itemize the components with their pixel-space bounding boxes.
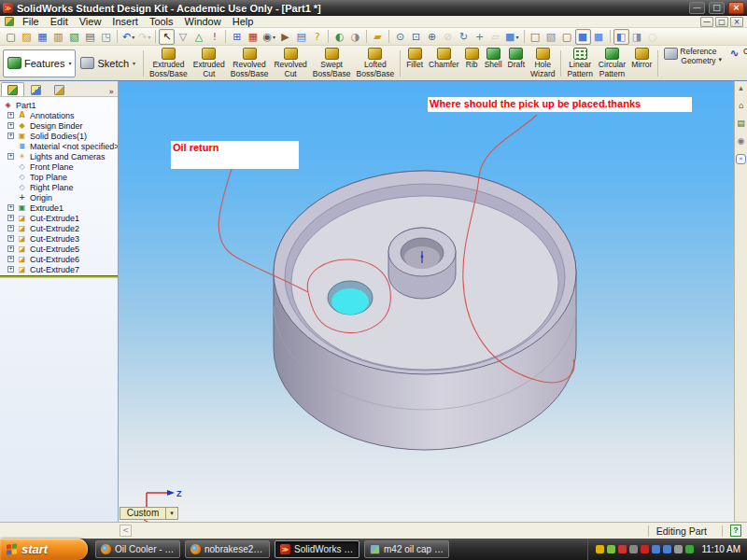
design-library-icon[interactable]: ▤ (737, 119, 745, 128)
motion-study-button[interactable]: ◑ (347, 29, 363, 45)
tree-item-cut-extrude5[interactable]: +◪Cut-Extrude5 (0, 244, 118, 254)
menu-edit[interactable]: Edit (45, 16, 74, 28)
taskbar-button-m42-oil-cap-an-bmp[interactable]: m42 oil cap an.bmp - ... (364, 540, 449, 558)
sketch-pencil-button[interactable]: ▰ (370, 29, 386, 45)
revolved-cut-button[interactable]: RevolvedCut (271, 47, 309, 79)
oil-cap-model[interactable] (274, 171, 576, 450)
shaded-button[interactable]: ■ (591, 29, 607, 45)
tree-item-top-plane[interactable]: ◇Top Plane (0, 172, 118, 182)
volume-icon[interactable] (674, 545, 683, 553)
save-button[interactable]: ▦ (35, 29, 50, 45)
menu-help[interactable]: Help (227, 16, 260, 28)
zoom-in-out-button[interactable]: ⊕ (424, 29, 440, 45)
standard-views-button[interactable]: ■▾ (503, 29, 520, 45)
tree-item-cut-extrude6[interactable]: +◪Cut-Extrude6 (0, 254, 118, 264)
expand-toggle[interactable]: + (7, 153, 14, 160)
new-document-button[interactable]: ▢ (3, 29, 19, 45)
system-alerts-button[interactable]: ! (206, 29, 222, 45)
sync-icon[interactable] (685, 545, 694, 553)
taskbar-clock[interactable]: 11:10 AM (701, 544, 740, 554)
expand-toggle[interactable]: + (7, 245, 14, 252)
menu-tools[interactable]: Tools (144, 16, 179, 28)
chevron-down-icon[interactable]: ▾ (165, 508, 177, 519)
tree-item-cut-extrude3[interactable]: +◪Cut-Extrude3 (0, 233, 118, 244)
tree-item-design-binder[interactable]: +◆Design Binder (0, 120, 118, 131)
chamfer-button[interactable]: Chamfer (426, 47, 462, 79)
tree-item-lights-and-cameras[interactable]: +☀Lights and Cameras (0, 151, 118, 161)
home-icon[interactable]: ⌂ (739, 101, 744, 110)
oil-return-hole-selected[interactable] (331, 288, 369, 315)
extruded-cut-button[interactable]: ExtrudedCut (190, 47, 228, 79)
expand-toggle[interactable]: + (7, 266, 14, 273)
menu-view[interactable]: View (74, 16, 107, 28)
revolved-boss-base-button[interactable]: RevolvedBoss/Base (228, 47, 272, 79)
hole-wizard-button[interactable]: HoleWizard (528, 47, 557, 79)
menu-file[interactable]: File (17, 16, 45, 28)
grid-button[interactable]: ⊞ (229, 29, 245, 45)
shaded-with-edges-button[interactable]: ■ (575, 29, 591, 45)
wireframe-button[interactable]: □ (528, 29, 543, 45)
tree-item-cut-extrude7[interactable]: +◪Cut-Extrude7 (0, 264, 118, 274)
photoworks-render-button[interactable]: ▦ (245, 29, 261, 45)
expand-toggle[interactable]: + (7, 235, 14, 242)
reference-geometry-button[interactable]: ReferenceGeometry▾ (661, 47, 725, 79)
realview-graphics-button[interactable]: ◨ (629, 29, 645, 45)
expand-toggle[interactable]: + (7, 112, 14, 119)
chevron-down-icon[interactable]: ▾ (148, 34, 150, 40)
expand-toggle[interactable]: + (7, 133, 14, 139)
chevron-down-icon[interactable]: ▾ (273, 34, 275, 40)
shell-button[interactable]: Shell (482, 47, 505, 79)
rotate-view-button[interactable]: ↻ (456, 29, 472, 45)
scroll-up-icon[interactable]: ▴ (739, 83, 743, 92)
annotation-pickup-question[interactable]: Where should the pick up be placed.thank… (428, 97, 692, 112)
tree-item-part1[interactable]: ◈Part1 (0, 100, 118, 110)
print-button[interactable]: ▤ (82, 29, 98, 45)
chevron-down-icon[interactable]: ▾ (516, 34, 519, 40)
help-button[interactable]: ? (309, 29, 325, 45)
selection-filter-button[interactable]: ▽ (175, 29, 190, 45)
file-explorer-icon[interactable]: ◉ (738, 136, 745, 146)
doc-restore-button[interactable]: □ (715, 17, 728, 27)
rib-button[interactable]: Rib (462, 47, 482, 79)
tree-item-cut-extrude2[interactable]: +◪Cut-Extrude2 (0, 223, 118, 233)
expand-toggle[interactable]: + (7, 225, 14, 231)
copy-view-button[interactable]: ▱ (487, 29, 503, 45)
tree-item-extrude1[interactable]: +▣Extrude1 (0, 203, 118, 213)
quick-snaps-button[interactable]: △ (190, 29, 206, 45)
undo-button[interactable]: ↶▾ (120, 29, 136, 45)
select-button[interactable]: ↖ (159, 29, 175, 45)
open-button[interactable]: ▨ (19, 29, 35, 45)
restore-button[interactable]: □ (709, 2, 725, 14)
extruded-boss-base-button[interactable]: ExtrudedBoss/Base (147, 47, 190, 79)
expand-toggle[interactable]: + (7, 204, 14, 211)
make-drawing-button[interactable]: ▥ (50, 29, 66, 45)
make-assembly-button[interactable]: ▧ (66, 29, 82, 45)
zoom-to-selection-button[interactable]: ⊘ (440, 29, 456, 45)
collapse-pane-icon[interactable]: « (736, 154, 746, 164)
tree-item-cut-extrude1[interactable]: +◪Cut-Extrude1 (0, 213, 118, 223)
fillet-button[interactable]: Fillet (403, 47, 426, 79)
tree-item-material-not-specified[interactable]: ≡Material <not specified> (0, 141, 118, 151)
chevron-down-icon[interactable]: ▾ (132, 34, 134, 40)
linear-pattern-button[interactable]: LinearPattern (564, 47, 595, 79)
tree-item-annotations[interactable]: +AAnnotations (0, 110, 118, 120)
close-button[interactable]: × (728, 2, 744, 14)
chevron-down-icon[interactable]: ▾ (719, 57, 723, 64)
animator-button[interactable]: ▶ (277, 29, 293, 45)
start-button[interactable]: start (0, 539, 88, 560)
view-orientation-dropdown[interactable]: Custom ▾ (120, 507, 178, 520)
lofted-boss-base-button[interactable]: LoftedBoss/Base (353, 47, 397, 79)
zoom-to-area-button[interactable]: ⊡ (408, 29, 424, 45)
taskbar-button-nobrakese28-photo[interactable]: nobrakese28 - Photo... (185, 540, 270, 558)
render-tools-button[interactable]: ◐ (331, 29, 347, 45)
print-preview-button[interactable]: ◳ (98, 29, 114, 45)
doc-close-button[interactable]: × (730, 17, 743, 27)
graphics-viewport[interactable]: Z Where should the pick up be placed.tha… (119, 81, 734, 522)
pan-button[interactable]: + (472, 29, 487, 45)
hidden-lines-removed-button[interactable]: ▢ (559, 29, 575, 45)
screen-capture-button[interactable]: ◉▾ (261, 29, 277, 45)
ati-tray-icon[interactable] (641, 545, 649, 553)
zoom-to-fit-button[interactable]: ⊙ (392, 29, 408, 45)
expand-toggle[interactable]: + (7, 215, 14, 221)
scroll-left-arrow[interactable]: < (120, 525, 132, 537)
